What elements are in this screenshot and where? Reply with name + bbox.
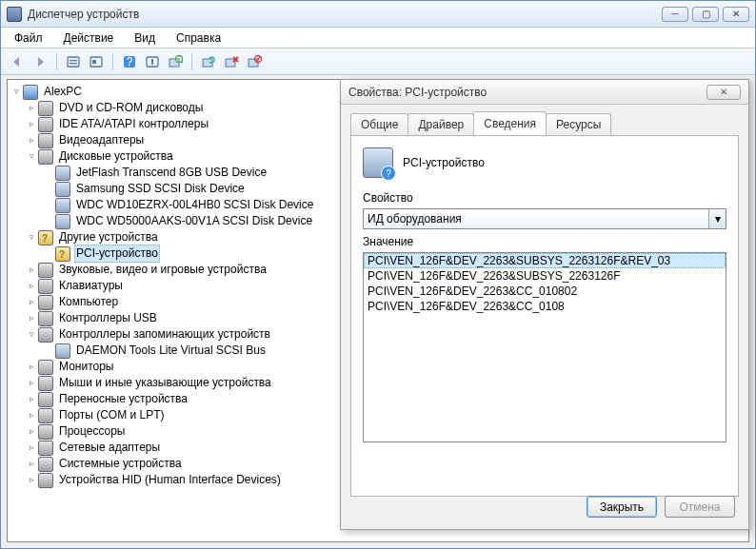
expand-icon[interactable]: ▹ <box>27 378 37 388</box>
category-icon <box>38 360 53 375</box>
expand-icon[interactable]: ▹ <box>27 297 37 307</box>
tree-keyboard[interactable]: Клавиатуры <box>57 278 125 294</box>
svg-rect-8 <box>151 59 153 65</box>
tab-resources[interactable]: Ресурсы <box>546 113 611 135</box>
minimize-button[interactable]: ─ <box>662 7 688 22</box>
menu-view[interactable]: Вид <box>125 29 165 47</box>
dialog-title: Свойства: PCI-устройство <box>348 86 706 99</box>
category-icon <box>38 263 53 278</box>
expand-icon[interactable]: ▹ <box>27 426 37 437</box>
expand-icon[interactable]: ▹ <box>27 281 37 291</box>
expand-icon[interactable]: ▿ <box>27 329 37 340</box>
category-icon <box>38 408 53 423</box>
tree-disk-item[interactable]: Samsung SSD SCSI Disk Device <box>74 181 247 197</box>
list-item[interactable]: PCI\VEN_126F&DEV_2263&SUBSYS_2263126F&RE… <box>364 253 726 268</box>
tree-ports[interactable]: Порты (COM и LPT) <box>57 407 167 423</box>
tab-driver[interactable]: Драйвер <box>408 113 474 135</box>
drive-icon <box>55 214 70 229</box>
expand-icon[interactable]: ▹ <box>27 135 37 146</box>
scan-button[interactable] <box>165 51 186 72</box>
tabpanel-details: PCI-устройство Свойство ИД оборудования … <box>350 135 739 497</box>
tree-storage-item[interactable]: DAEMON Tools Lite Virtual SCSI Bus <box>74 343 268 359</box>
close-button[interactable]: ✕ <box>723 7 749 22</box>
expand-icon[interactable]: ▹ <box>27 265 37 275</box>
category-icon <box>38 392 53 407</box>
dialog-titlebar[interactable]: Свойства: PCI-устройство ✕ <box>341 80 748 105</box>
tree-usb[interactable]: Контроллеры USB <box>57 310 159 326</box>
tree-other[interactable]: Другие устройства <box>57 229 160 245</box>
category-icon <box>38 133 53 148</box>
dialog-close-button[interactable]: ✕ <box>706 85 741 100</box>
property-combobox[interactable]: ИД оборудования ▾ <box>363 208 726 229</box>
expand-icon[interactable]: ▹ <box>27 459 37 469</box>
show-hidden-button[interactable] <box>63 51 84 72</box>
expand-icon[interactable]: ▿ <box>27 151 37 162</box>
cancel-button: Отмена <box>665 496 735 518</box>
maximize-button[interactable]: ▢ <box>692 7 719 22</box>
menu-help[interactable]: Справка <box>167 29 230 47</box>
list-button[interactable] <box>86 51 107 72</box>
help-button[interactable]: ? <box>119 51 140 72</box>
expand-icon[interactable]: ▿ <box>11 87 22 97</box>
tab-general[interactable]: Общие <box>350 113 408 135</box>
tree-ide[interactable]: IDE ATA/ATAPI контроллеры <box>57 116 210 132</box>
forward-button[interactable] <box>30 51 50 72</box>
category-icon <box>38 376 53 391</box>
tree-video[interactable]: Видеоадаптеры <box>57 132 146 148</box>
property-label: Свойство <box>363 191 726 205</box>
menu-action[interactable]: Действие <box>54 29 124 47</box>
tree-sysdev[interactable]: Системные устройства <box>57 456 184 472</box>
tree-disk-item[interactable]: WDC WD10EZRX-00L4HB0 SCSI Disk Device <box>74 197 315 213</box>
back-button[interactable] <box>7 51 28 72</box>
expand-icon[interactable]: ▹ <box>27 119 37 129</box>
category-icon <box>38 441 53 456</box>
tree-root[interactable]: AlexPC <box>42 84 84 100</box>
svg-rect-0 <box>68 57 79 67</box>
expand-icon[interactable]: ▹ <box>27 394 37 404</box>
svg-rect-9 <box>169 59 179 67</box>
titlebar[interactable]: Диспетчер устройств ─ ▢ ✕ <box>1 1 755 28</box>
value-listbox[interactable]: PCI\VEN_126F&DEV_2263&SUBSYS_2263126F&RE… <box>363 252 726 442</box>
tree-hid[interactable]: Устройства HID (Human Interface Devices) <box>57 472 283 488</box>
tree-cpu[interactable]: Процессоры <box>57 423 128 440</box>
close-button[interactable]: Закрыть <box>587 496 657 518</box>
tab-details[interactable]: Сведения <box>473 111 547 135</box>
expand-icon[interactable]: ▹ <box>27 103 37 113</box>
update-button[interactable] <box>198 51 219 72</box>
unknown-device-icon <box>55 246 70 262</box>
properties-button[interactable] <box>142 51 163 72</box>
expand-icon[interactable]: ▹ <box>27 410 37 421</box>
tree-portable[interactable]: Переносные устройства <box>57 391 189 407</box>
expand-icon[interactable]: ▹ <box>27 442 37 453</box>
device-manager-window: Диспетчер устройств ─ ▢ ✕ Файл Действие … <box>0 0 756 549</box>
tree-pci-device[interactable]: PCI-устройство <box>74 245 160 263</box>
tree-disks[interactable]: Дисковые устройства <box>57 148 175 165</box>
drive-icon <box>55 166 70 181</box>
list-item[interactable]: PCI\VEN_126F&DEV_2263&CC_0108 <box>364 299 726 314</box>
list-item[interactable]: PCI\VEN_126F&DEV_2263&CC_010802 <box>364 284 726 299</box>
list-item[interactable]: PCI\VEN_126F&DEV_2263&SUBSYS_2263126F <box>364 268 726 284</box>
tree-mouse[interactable]: Мыши и иные указывающие устройства <box>57 375 273 391</box>
tree-net[interactable]: Сетевые адаптеры <box>57 440 162 456</box>
uninstall-button[interactable] <box>221 51 242 72</box>
expand-icon[interactable]: ▹ <box>27 362 37 372</box>
tree-computer[interactable]: Компьютер <box>57 294 120 310</box>
property-value: ИД оборудования <box>368 212 462 225</box>
expand-icon[interactable]: ▿ <box>27 232 37 243</box>
chevron-down-icon[interactable]: ▾ <box>708 209 726 228</box>
category-icon <box>38 424 53 440</box>
category-icon <box>38 230 53 245</box>
expand-icon[interactable]: ▹ <box>27 313 37 324</box>
tree-storage-ctl[interactable]: Контроллеры запоминающих устройств <box>57 326 272 343</box>
category-icon <box>38 101 53 116</box>
tree-disk-item[interactable]: JetFlash Transcend 8GB USB Device <box>74 165 269 181</box>
tree-disk-item[interactable]: WDC WD5000AAKS-00V1A SCSI Disk Device <box>74 213 314 229</box>
tree-cdrom[interactable]: DVD и CD-ROM дисководы <box>57 100 205 116</box>
menu-file[interactable]: Файл <box>5 29 52 47</box>
svg-rect-2 <box>70 63 77 64</box>
tree-sound[interactable]: Звуковые, видео и игровые устройства <box>57 262 269 278</box>
window-title: Диспетчер устройств <box>28 8 662 21</box>
tree-monitors[interactable]: Мониторы <box>57 359 115 375</box>
disable-button[interactable] <box>244 51 265 72</box>
expand-icon[interactable]: ▹ <box>27 475 37 485</box>
